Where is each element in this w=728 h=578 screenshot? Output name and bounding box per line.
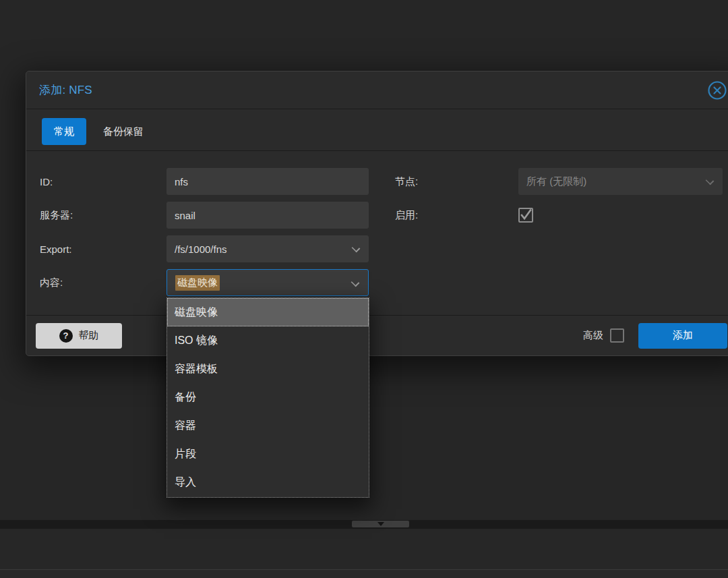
form-row-export: Export: /fs/1000/fns xyxy=(40,235,395,262)
form-row-server: 服务器: snail xyxy=(40,202,395,229)
dropdown-item-container-template[interactable]: 容器模板 xyxy=(167,355,369,383)
chevron-down-icon xyxy=(352,279,359,286)
content-dropdown-list: 磁盘映像 ISO 镜像 容器模板 备份 容器 片段 导入 xyxy=(166,297,369,498)
tab-general[interactable]: 常规 xyxy=(42,118,86,145)
advanced-checkbox[interactable] xyxy=(610,328,624,343)
content-select[interactable]: 磁盘映像 xyxy=(166,269,369,296)
close-icon[interactable] xyxy=(707,80,727,100)
content-label: 内容: xyxy=(40,277,166,289)
server-value: snail xyxy=(175,210,195,221)
dialog-title: 添加: NFS xyxy=(39,82,92,98)
question-mark-icon: ? xyxy=(59,329,73,343)
export-value: /fs/1000/fns xyxy=(175,243,227,255)
export-label: Export: xyxy=(40,243,166,255)
export-select[interactable]: /fs/1000/fns xyxy=(166,235,369,262)
add-nfs-dialog: 添加: NFS 常规 备份保留 ID: nfs xyxy=(26,71,728,356)
server-input[interactable]: snail xyxy=(166,202,369,229)
nodes-value: 所有 (无限制) xyxy=(526,175,586,188)
statusbar-area xyxy=(0,570,728,578)
form-column-right: 节点: 所有 (无限制) 启用: xyxy=(395,168,728,316)
enable-label: 启用: xyxy=(395,209,518,222)
dropdown-item-import[interactable]: 导入 xyxy=(167,468,369,496)
chevron-down-icon xyxy=(353,245,359,252)
id-input[interactable]: nfs xyxy=(166,168,369,195)
add-button[interactable]: 添加 xyxy=(638,323,727,349)
tab-backup-retention[interactable]: 备份保留 xyxy=(100,118,146,145)
content-value: 磁盘映像 xyxy=(175,275,220,291)
id-value: nfs xyxy=(175,176,188,187)
help-button[interactable]: ? 帮助 xyxy=(36,323,122,349)
page-background: 添加: NFS 常规 备份保留 ID: nfs xyxy=(0,0,728,578)
dropdown-item-container[interactable]: 容器 xyxy=(167,411,369,440)
chevron-down-icon xyxy=(706,177,713,184)
advanced-label: 高级 xyxy=(583,329,603,342)
dialog-header: 添加: NFS xyxy=(26,71,728,109)
id-label: ID: xyxy=(40,176,166,187)
help-button-label: 帮助 xyxy=(79,329,99,342)
dialog-footer: ? 帮助 高级 添加 xyxy=(26,315,728,355)
dropdown-item-backup[interactable]: 备份 xyxy=(167,383,369,411)
form-row-enable: 启用: xyxy=(395,202,728,229)
form-row-nodes: 节点: 所有 (无限制) xyxy=(395,168,728,195)
bottom-panel xyxy=(0,529,728,578)
form-column-left: ID: nfs 服务器: snail Export: /fs/1000/fns xyxy=(40,168,395,316)
dropdown-item-disk-image[interactable]: 磁盘映像 xyxy=(167,298,369,326)
dropdown-item-iso[interactable]: ISO 镜像 xyxy=(167,326,369,355)
dialog-form: ID: nfs 服务器: snail Export: /fs/1000/fns xyxy=(26,151,728,316)
form-row-content: 内容: 磁盘映像 xyxy=(40,269,395,296)
nodes-select: 所有 (无限制) xyxy=(518,168,723,195)
enable-checkbox[interactable] xyxy=(518,208,533,223)
nodes-label: 节点: xyxy=(395,175,518,188)
dialog-tabbar: 常规 备份保留 xyxy=(26,109,728,151)
form-row-id: ID: nfs xyxy=(40,168,395,195)
dropdown-item-snippets[interactable]: 片段 xyxy=(167,440,369,468)
server-label: 服务器: xyxy=(40,209,166,222)
triangle-down-icon xyxy=(377,522,384,526)
panel-expand-handle[interactable] xyxy=(352,521,409,527)
checkmark-icon xyxy=(520,209,532,221)
